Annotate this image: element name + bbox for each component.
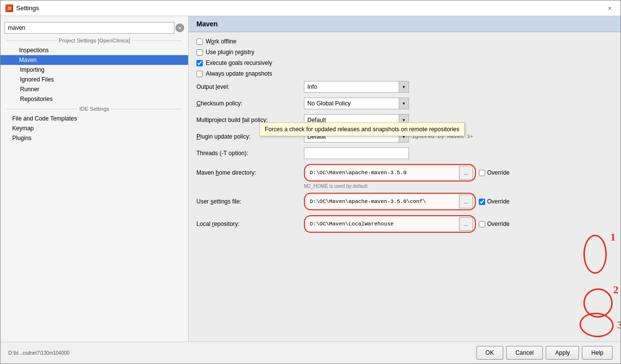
app-icon: JI: [5, 4, 13, 12]
output-level-select[interactable]: Info ▼: [304, 81, 409, 93]
always-update-snapshots-checkbox[interactable]: [196, 71, 203, 77]
search-clear-button[interactable]: ✕: [175, 23, 184, 32]
maven-home-override: Override: [479, 169, 510, 176]
local-repository-override: Override: [479, 221, 510, 227]
title-bar-left: JI Settings: [5, 4, 39, 12]
use-plugin-registry-row: Use plugin registry: [196, 49, 613, 56]
search-bar: ✕: [0, 20, 188, 36]
checksum-policy-label: Checksum policy:: [196, 100, 304, 107]
close-button[interactable]: ×: [604, 2, 616, 14]
local-repository-input[interactable]: [307, 217, 458, 231]
local-repository-override-checkbox[interactable]: [479, 221, 485, 227]
maven-home-browse-button[interactable]: ...: [459, 166, 473, 180]
project-settings-label: Project Settings [OpenClinica]: [0, 36, 188, 45]
output-level-label: Output level:: [196, 83, 304, 90]
checksum-policy-dropdown-arrow[interactable]: ▼: [399, 98, 408, 109]
tree-item-keymap[interactable]: Keymap: [0, 123, 188, 133]
toggle-icon: −: [12, 58, 17, 63]
user-settings-row: User settings file: ... Override: [196, 193, 613, 210]
bottom-bar: D:\bl...csdnet7\130m104000 OK Cancel App…: [0, 342, 621, 364]
tree-item-plugins[interactable]: Plugins: [0, 133, 188, 143]
right-content: Work offline Use plugin registry Execute…: [189, 32, 621, 342]
maven-home-note: M2_HOME is used by default: [304, 183, 613, 189]
tree-item-runner[interactable]: Runner: [0, 84, 188, 94]
maven-home-override-label: Override: [487, 169, 510, 176]
checksum-policy-select[interactable]: No Global Policy ▼: [304, 98, 409, 109]
status-bar-text: D:\bl...csdnet7\130m104000: [8, 350, 473, 356]
execute-goals-checkbox[interactable]: [196, 60, 203, 66]
tree-item-ignored-files[interactable]: Ignored Files: [0, 75, 188, 84]
threads-row: Threads (-T option):: [196, 147, 613, 159]
tree-item-inspections[interactable]: Inspections: [0, 45, 188, 55]
user-settings-label: User settings file:: [196, 198, 304, 205]
local-repository-browse-button[interactable]: ...: [459, 217, 473, 231]
execute-goals-row: Execute goals recursively: [196, 60, 613, 66]
always-update-row: Always update snapshots: [196, 70, 613, 77]
apply-button[interactable]: Apply: [546, 346, 579, 360]
checksum-policy-row: Checksum policy: No Global Policy ▼: [196, 98, 613, 109]
local-repository-row: Local repository: ... Override: [196, 215, 613, 233]
execute-goals-label: Execute goals recursively: [206, 60, 272, 66]
right-panel: Maven Work offline Use plugin registry: [189, 16, 621, 342]
tree-item-file-code-templates[interactable]: File and Code Templates: [0, 114, 188, 123]
search-input[interactable]: [4, 22, 174, 34]
use-plugin-registry-label: Use plugin registry: [206, 49, 254, 56]
local-repository-label: Local repository:: [196, 221, 304, 227]
tooltip: Forces a check for updated releases and …: [259, 122, 465, 136]
user-settings-override-label: Override: [487, 198, 510, 205]
help-button[interactable]: Help: [582, 346, 613, 360]
always-update-label: Always update snapshots: [206, 70, 272, 77]
work-offline-checkbox[interactable]: [196, 39, 203, 45]
maven-home-label: Maven home directory:: [196, 169, 304, 176]
threads-input[interactable]: [304, 147, 409, 159]
maven-home-override-checkbox[interactable]: [479, 170, 485, 176]
maven-home-row: Maven home directory: ... Override: [196, 164, 613, 182]
work-offline-row: Work offline: [196, 38, 613, 45]
right-panel-header: Maven: [189, 16, 621, 32]
use-plugin-registry-checkbox[interactable]: [196, 49, 203, 56]
threads-label: Threads (-T option):: [196, 150, 304, 157]
user-settings-override-checkbox[interactable]: [479, 199, 485, 205]
user-settings-input[interactable]: [307, 195, 458, 208]
user-settings-browse-button[interactable]: ...: [459, 195, 473, 208]
work-offline-label: Work offline: [206, 38, 236, 45]
maven-home-input[interactable]: [307, 166, 458, 180]
settings-dialog: JI Settings × ✕ Project Settings [OpenCl…: [0, 0, 621, 364]
tree-item-maven[interactable]: − Maven: [0, 55, 188, 65]
dialog-body: ✕ Project Settings [OpenClinica] Inspect…: [0, 16, 621, 342]
ok-button[interactable]: OK: [476, 346, 503, 360]
output-level-dropdown-arrow[interactable]: ▼: [399, 81, 408, 92]
user-settings-override: Override: [479, 198, 510, 205]
tree-item-repositories[interactable]: Repositories: [0, 94, 188, 104]
title-bar: JI Settings ×: [0, 0, 621, 16]
left-panel: ✕ Project Settings [OpenClinica] Inspect…: [0, 16, 189, 342]
output-level-row: Output level: Info ▼: [196, 81, 613, 93]
cancel-button[interactable]: Cancel: [506, 346, 543, 360]
ide-settings-label: IDE Settings: [0, 104, 188, 114]
tree-item-importing[interactable]: Importing: [0, 65, 188, 75]
dialog-title: Settings: [16, 4, 39, 12]
local-repository-override-label: Override: [487, 221, 510, 227]
